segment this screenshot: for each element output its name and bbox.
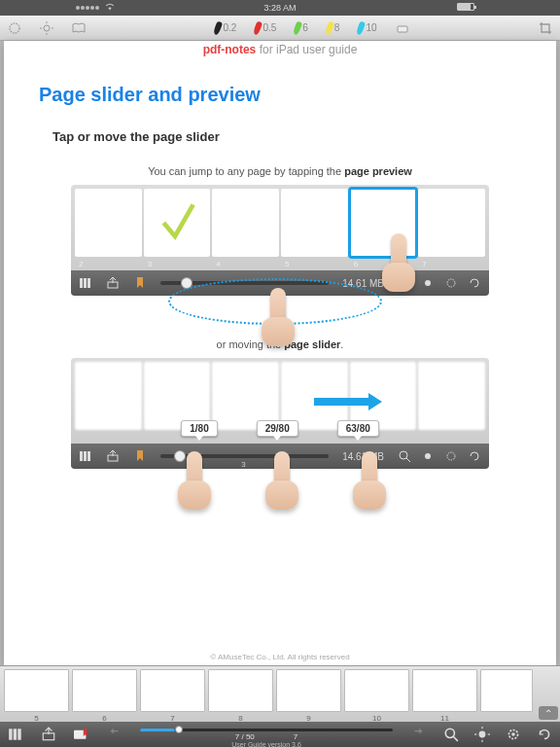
svg-rect-24: [14, 729, 17, 739]
doc-copyright: © AMuseTec Co., Ltd. All rights reserved: [4, 653, 556, 661]
library-icon: [79, 449, 92, 463]
svg-point-11: [400, 278, 407, 286]
gesture-ellipse: [168, 278, 382, 325]
svg-rect-8: [84, 278, 87, 288]
page-counter: 7 / 50: [235, 732, 255, 741]
svg-point-14: [447, 279, 455, 287]
share-icon[interactable]: [41, 728, 56, 741]
share-icon: [106, 276, 120, 290]
doc-version: User Guide version 3.6: [231, 741, 301, 747]
page-slider[interactable]: 7 / 507 User Guide version 3.6: [140, 722, 393, 747]
gear-icon[interactable]: [506, 728, 521, 741]
svg-point-36: [511, 732, 514, 735]
svg-rect-17: [88, 451, 90, 461]
page-total: 7: [294, 732, 298, 741]
strip-thumb[interactable]: [480, 669, 533, 712]
pen-black-tool[interactable]: 0.2: [215, 21, 236, 35]
strip-thumb[interactable]: 10: [344, 669, 409, 712]
gear-icon: [444, 276, 458, 290]
svg-point-0: [10, 23, 19, 33]
bookmark-ribbon-icon: [133, 449, 147, 463]
brightness-icon[interactable]: [474, 728, 490, 741]
doc-header: pdf-notes for iPad user guide: [39, 43, 521, 56]
caption-preview: You can jump to any page by tapping the …: [39, 165, 521, 177]
page-marker: 1/80: [181, 420, 217, 437]
page-marker: 63/80: [337, 420, 379, 437]
svg-rect-9: [88, 278, 90, 288]
eraser-icon[interactable]: [396, 21, 409, 35]
app-top-toolbar: 0.2 0.5 6 8 10: [0, 16, 560, 41]
expand-strip-button[interactable]: ⌃: [539, 706, 558, 720]
bookmark-ribbon-icon: [133, 276, 147, 290]
gear-icon: [444, 449, 458, 463]
document-page: pdf-notes for iPad user guide Page slide…: [4, 41, 556, 665]
svg-point-22: [447, 452, 455, 460]
svg-point-28: [445, 729, 454, 737]
refresh-icon: [468, 276, 481, 290]
svg-rect-23: [9, 729, 12, 739]
highlighter-yellow-tool[interactable]: 8: [327, 21, 340, 35]
svg-rect-7: [80, 278, 83, 288]
wifi-icon: [105, 3, 115, 13]
svg-rect-15: [80, 451, 83, 461]
svg-line-20: [406, 458, 410, 462]
ios-status-bar: 3:28 AM: [0, 0, 560, 16]
svg-point-21: [425, 453, 431, 459]
preview-thumb: 2: [75, 189, 142, 257]
svg-point-13: [425, 280, 431, 286]
refresh-icon[interactable]: [537, 728, 552, 741]
undo-icon[interactable]: [107, 728, 122, 741]
book-icon[interactable]: [72, 21, 86, 35]
preview-thumb: 3: [144, 189, 211, 257]
bookmark-ribbon-icon[interactable]: [74, 728, 89, 741]
redo-icon[interactable]: [410, 728, 426, 741]
page-thumbnail-strip[interactable]: 5 6 7 8 9 10 11 ⌃: [0, 665, 560, 722]
highlighter-cyan-tool[interactable]: 10: [358, 21, 376, 35]
preview-thumbs: 2 3 4 5 6 7: [71, 185, 489, 270]
illus-filesize: 14.61 MB: [342, 451, 384, 462]
section-subtitle: Tap or move the page slider: [52, 129, 521, 144]
page-title: Page slider and preview: [39, 84, 521, 106]
pen-red-tool[interactable]: 0.5: [255, 21, 276, 35]
search-icon[interactable]: [443, 728, 459, 741]
page-markers: 1/80 29/80 63/80: [71, 420, 489, 437]
search-icon: [398, 276, 411, 290]
svg-rect-6: [398, 26, 407, 32]
svg-rect-16: [84, 451, 87, 461]
strip-thumb[interactable]: 8: [208, 669, 273, 712]
strip-thumb[interactable]: 5: [4, 669, 69, 712]
refresh-icon: [468, 449, 481, 463]
search-icon: [398, 449, 411, 463]
library-icon[interactable]: [8, 728, 23, 741]
signal-dots-icon: [76, 6, 99, 10]
battery-icon: [457, 3, 474, 11]
strip-thumb[interactable]: 7: [140, 669, 205, 712]
share-icon: [106, 449, 120, 463]
illus-slider: 3: [160, 454, 329, 458]
preview-thumb: 7: [418, 189, 485, 257]
illustration-page-slider: 1/80 29/80 63/80 3 14.61 MB: [71, 358, 489, 469]
brightness-icon: [421, 449, 435, 463]
svg-point-30: [479, 731, 486, 738]
svg-line-12: [406, 285, 410, 289]
strip-thumb[interactable]: 6: [72, 669, 137, 712]
caption-slider: or moving the page slider.: [39, 338, 521, 350]
strip-thumb[interactable]: 11: [412, 669, 477, 712]
preview-thumb: 4: [212, 189, 279, 257]
status-time: 3:28 AM: [263, 3, 296, 13]
library-icon: [79, 276, 92, 290]
illus-bottom-bar: 3 14.61 MB: [71, 444, 489, 469]
highlighter-green-tool[interactable]: 6: [295, 21, 308, 35]
svg-point-1: [44, 25, 50, 31]
svg-point-19: [400, 451, 407, 459]
app-bottom-toolbar: 7 / 507 User Guide version 3.6: [0, 722, 560, 747]
strip-thumb[interactable]: 9: [276, 669, 341, 712]
settings-wheel-icon[interactable]: [8, 21, 21, 35]
arrow-right-icon: [314, 393, 382, 410]
preview-thumb: 5: [281, 189, 348, 257]
sun-icon[interactable]: [40, 21, 53, 35]
page-marker: 29/80: [257, 420, 298, 437]
svg-rect-25: [18, 729, 20, 739]
crop-icon[interactable]: [539, 21, 552, 35]
brightness-icon: [421, 276, 435, 290]
